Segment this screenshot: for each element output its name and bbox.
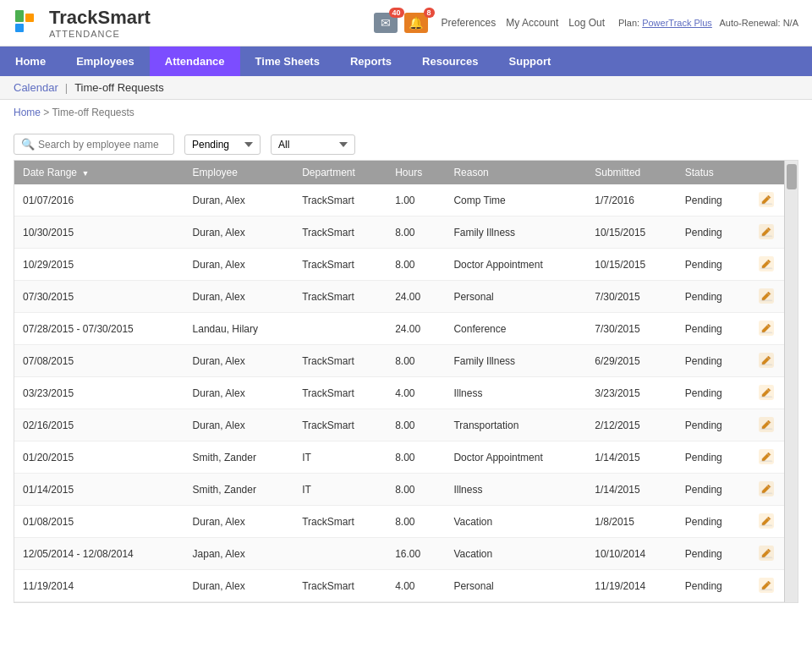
- nav-home[interactable]: Home: [0, 47, 61, 76]
- cell-reason: Doctor Appointment: [445, 441, 586, 474]
- cell-submitted: 10/15/2015: [586, 217, 677, 249]
- cell-reason: Family Illness: [445, 345, 586, 377]
- cell-action: [749, 184, 784, 217]
- breadcrumb-home[interactable]: Home: [14, 107, 41, 118]
- cell-reason: Vacation: [445, 506, 586, 538]
- cell-reason: Personal: [445, 281, 586, 313]
- cell-hours: 4.00: [387, 570, 445, 602]
- cell-submitted: 6/29/2015: [586, 345, 677, 377]
- cell-hours: 8.00: [387, 474, 445, 506]
- table-wrapper: Date Range ▼ Employee Department Hours R…: [14, 161, 798, 602]
- edit-icon[interactable]: [757, 287, 776, 305]
- logo-icon: [14, 7, 46, 39]
- cell-employee: Landau, Hilary: [184, 313, 294, 345]
- logo-area: TrackSmart ATTENDANCE: [14, 7, 151, 39]
- nav-timesheets[interactable]: Time Sheets: [240, 47, 335, 76]
- messages-icon-badge[interactable]: ✉ 40: [374, 13, 398, 33]
- table-row: 07/08/2015Duran, AlexTrackSmart8.00Famil…: [14, 345, 784, 377]
- cell-reason: Transportation: [445, 409, 586, 441]
- scrollbar-thumb[interactable]: [787, 164, 797, 189]
- table-row: 03/23/2015Duran, AlexTrackSmart4.00Illne…: [14, 377, 784, 409]
- edit-icon[interactable]: [757, 319, 776, 337]
- cell-hours: 24.00: [387, 281, 445, 313]
- cell-department: IT: [294, 474, 387, 506]
- cell-reason: Conference: [445, 313, 586, 345]
- status-filter[interactable]: Pending Approved Denied All: [184, 134, 261, 155]
- cell-reason: Doctor Appointment: [445, 249, 586, 281]
- col-department: Department: [294, 161, 387, 184]
- table-container: Date Range ▼ Employee Department Hours R…: [14, 160, 798, 603]
- cell-department: TrackSmart: [294, 409, 387, 441]
- edit-icon[interactable]: [757, 415, 776, 434]
- table-row: 10/29/2015Duran, AlexTrackSmart8.00Docto…: [14, 249, 784, 281]
- svg-rect-2: [15, 24, 24, 32]
- cell-date: 01/08/2015: [14, 506, 184, 538]
- cell-date: 03/23/2015: [14, 377, 184, 409]
- cell-date: 01/14/2015: [14, 474, 184, 506]
- breadcrumb-current: Time-off Requests: [52, 107, 134, 118]
- nav-items: Home Employees Attendance Time Sheets Re…: [0, 47, 566, 76]
- scrollbar[interactable]: [784, 161, 798, 602]
- log-out-link[interactable]: Log Out: [568, 17, 605, 29]
- edit-icon[interactable]: [757, 576, 776, 595]
- table-row: 01/14/2015Smith, ZanderIT8.00Illness1/14…: [14, 474, 784, 506]
- cell-hours: 8.00: [387, 249, 445, 281]
- search-input[interactable]: [38, 139, 167, 151]
- edit-icon[interactable]: [757, 351, 776, 370]
- edit-icon[interactable]: [757, 255, 776, 273]
- table-row: 01/20/2015Smith, ZanderIT8.00Doctor Appo…: [14, 441, 784, 474]
- nav-resources[interactable]: Resources: [407, 47, 493, 76]
- auto-renewal-label: Auto-Renewal:: [719, 18, 780, 28]
- nav-support[interactable]: Support: [494, 47, 567, 76]
- cell-employee: Duran, Alex: [184, 249, 294, 281]
- cell-reason: Family Illness: [445, 217, 586, 249]
- cell-department: TrackSmart: [294, 249, 387, 281]
- table-body: 01/07/2016Duran, AlexTrackSmart1.00Comp …: [14, 184, 784, 602]
- edit-icon[interactable]: [757, 447, 776, 466]
- messages-count: 40: [389, 8, 404, 18]
- nav-reports[interactable]: Reports: [335, 47, 407, 76]
- cell-status: Pending: [677, 409, 749, 441]
- edit-icon[interactable]: [757, 544, 776, 562]
- header-right: ✉ 40 🔔 8 Preferences My Account Log Out …: [374, 13, 798, 33]
- cell-employee: Duran, Alex: [184, 506, 294, 538]
- cell-department: TrackSmart: [294, 184, 387, 217]
- cell-department: TrackSmart: [294, 506, 387, 538]
- cell-status: Pending: [677, 184, 749, 217]
- alerts-icon-badge[interactable]: 🔔 8: [404, 13, 428, 33]
- logo-sub: ATTENDANCE: [49, 29, 151, 39]
- edit-icon[interactable]: [757, 383, 776, 402]
- subnav-calendar[interactable]: Calendar: [14, 81, 58, 94]
- cell-status: Pending: [677, 217, 749, 249]
- edit-icon[interactable]: [757, 222, 776, 241]
- cell-employee: Duran, Alex: [184, 409, 294, 441]
- edit-icon[interactable]: [757, 190, 776, 209]
- cell-department: TrackSmart: [294, 570, 387, 602]
- table-row: 01/07/2016Duran, AlexTrackSmart1.00Comp …: [14, 184, 784, 217]
- preferences-link[interactable]: Preferences: [442, 17, 497, 29]
- cell-status: Pending: [677, 281, 749, 313]
- nav-employees[interactable]: Employees: [61, 47, 150, 76]
- cell-employee: Duran, Alex: [184, 570, 294, 602]
- cell-hours: 8.00: [387, 217, 445, 249]
- edit-icon[interactable]: [757, 512, 776, 530]
- cell-department: [294, 313, 387, 345]
- cell-employee: Duran, Alex: [184, 345, 294, 377]
- edit-icon[interactable]: [757, 480, 776, 498]
- table-row: 02/16/2015Duran, AlexTrackSmart8.00Trans…: [14, 409, 784, 441]
- cell-status: Pending: [677, 249, 749, 281]
- cell-action: [749, 441, 784, 474]
- col-date-range[interactable]: Date Range ▼: [14, 161, 184, 184]
- cell-submitted: 7/30/2015: [586, 313, 677, 345]
- plan-name[interactable]: PowerTrack Plus: [642, 18, 712, 28]
- cell-submitted: 11/19/2014: [586, 570, 677, 602]
- subnav-timeoff[interactable]: Time-off Requests: [74, 81, 164, 94]
- cell-action: [749, 249, 784, 281]
- filter-bar: 🔍 Pending Approved Denied All All TrackS…: [0, 125, 812, 160]
- nav-attendance[interactable]: Attendance: [150, 47, 240, 76]
- cell-action: [749, 538, 784, 570]
- dept-filter[interactable]: All TrackSmart IT: [271, 134, 355, 155]
- my-account-link[interactable]: My Account: [506, 17, 558, 29]
- cell-status: Pending: [677, 474, 749, 506]
- cell-department: TrackSmart: [294, 217, 387, 249]
